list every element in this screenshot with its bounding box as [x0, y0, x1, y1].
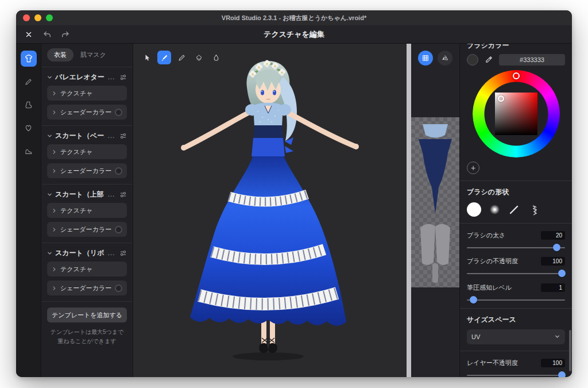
- pen-pressure-value[interactable]: 1: [541, 283, 565, 292]
- more-icon[interactable]: …: [107, 74, 115, 80]
- close-editor-button[interactable]: [22, 28, 36, 41]
- add-template-button[interactable]: テンプレートを追加する: [47, 308, 127, 322]
- slider-thumb[interactable]: [558, 270, 566, 277]
- brush-opacity-row: ブラシの不透明度 100: [467, 257, 565, 266]
- brush-size-value[interactable]: 20: [541, 231, 565, 240]
- texture-button-label: テクスチャ: [60, 206, 92, 215]
- tool-eyedropper[interactable]: [209, 51, 223, 64]
- texture-view-buttons: [411, 44, 459, 66]
- character-model: [135, 48, 405, 363]
- section-header[interactable]: スカート（リボン） …: [47, 248, 127, 258]
- brush-opacity-label: ブラシの不透明度: [467, 257, 518, 266]
- brush-opacity-value[interactable]: 100: [541, 257, 565, 266]
- eyedropper-icon[interactable]: [484, 55, 493, 64]
- hue-marker[interactable]: [513, 72, 520, 79]
- section-title: スカート（ベース）: [55, 131, 105, 141]
- brush-tips: [467, 202, 565, 217]
- brush-panel: ブラシカラー + ブラシの形状: [459, 44, 572, 377]
- rail-item-shoes[interactable]: [21, 143, 37, 159]
- material-section: スカート（リボン） … テクスチャ シェーダーカラー: [47, 243, 127, 301]
- heart-icon: [24, 124, 33, 132]
- uv-grid-button[interactable]: [418, 51, 433, 66]
- titlebar: VRoid Studio 2.3.1 - お稽古服とうかちゃん.vroid*: [16, 10, 572, 25]
- tab-costume[interactable]: 衣装: [47, 48, 74, 62]
- texture-preview[interactable]: [411, 117, 459, 287]
- pen-pressure-slider[interactable]: [467, 296, 565, 302]
- brush-size-row: ブラシの太さ 20: [467, 231, 565, 240]
- rail-item-accessory[interactable]: [21, 120, 37, 136]
- brush-size-slider[interactable]: [467, 244, 565, 249]
- tool-pen[interactable]: [175, 51, 188, 64]
- more-icon[interactable]: …: [107, 133, 115, 139]
- mirror-symmetry-button[interactable]: [438, 51, 452, 66]
- traffic-light-minimize[interactable]: [34, 14, 41, 21]
- chevron-right-icon: [52, 208, 57, 213]
- brush-color-swatch[interactable]: [467, 54, 478, 66]
- add-color-button[interactable]: +: [467, 162, 479, 174]
- tool-brush[interactable]: [157, 51, 171, 64]
- texture-button[interactable]: テクスチャ: [47, 203, 127, 218]
- redo-button[interactable]: [59, 28, 72, 41]
- traffic-light-zoom[interactable]: [46, 14, 53, 21]
- shader-color-swatch: [115, 226, 122, 233]
- tool-select[interactable]: [140, 51, 154, 64]
- material-settings-icon[interactable]: [119, 132, 127, 140]
- shader-color-button[interactable]: シェーダーカラー: [47, 281, 127, 295]
- brush-tip-hard-round[interactable]: [467, 202, 481, 217]
- material-settings-icon[interactable]: [119, 249, 127, 257]
- panel-splitter[interactable]: [407, 44, 411, 377]
- brush-color-title-clipped: ブラシカラー: [467, 44, 565, 49]
- rail-item-pen[interactable]: [21, 74, 37, 90]
- layer-opacity-slider[interactable]: [467, 371, 565, 377]
- color-wheel[interactable]: [473, 70, 560, 157]
- tool-fill[interactable]: [192, 51, 206, 64]
- brush-color-row: [467, 54, 565, 66]
- shirt-icon: [24, 54, 33, 63]
- hex-color-input[interactable]: [499, 54, 565, 66]
- more-icon[interactable]: …: [107, 250, 115, 256]
- chevron-down-icon: [47, 133, 52, 139]
- brush-tip-textured[interactable]: [528, 204, 540, 216]
- slider-thumb[interactable]: [558, 371, 566, 377]
- chevron-right-icon: [52, 91, 57, 96]
- texture-button[interactable]: テクスチャ: [47, 86, 127, 101]
- shader-color-swatch: [115, 109, 122, 116]
- shader-color-button-label: シェーダーカラー: [60, 167, 111, 175]
- sv-marker[interactable]: [498, 95, 504, 102]
- brush-tip-line[interactable]: [508, 204, 520, 216]
- slider-thumb[interactable]: [470, 296, 477, 304]
- texture-button[interactable]: テクスチャ: [47, 262, 127, 276]
- texture-button[interactable]: テクスチャ: [47, 144, 127, 159]
- material-settings-icon[interactable]: [119, 74, 127, 81]
- window-title: VRoid Studio 2.3.1 - お稽古服とうかちゃん.vroid*: [16, 14, 572, 22]
- material-settings-icon[interactable]: [119, 191, 127, 198]
- tab-skin-mask[interactable]: 肌マスク: [80, 51, 106, 59]
- fill-icon: [195, 53, 203, 62]
- undo-button[interactable]: [40, 28, 54, 41]
- size-space-dropdown[interactable]: UV: [467, 329, 565, 344]
- cursor-icon: [143, 53, 152, 62]
- slider-track: [467, 375, 565, 376]
- panel-scrollbar[interactable]: [569, 330, 571, 371]
- section-header[interactable]: バレエレオタード …: [47, 72, 127, 82]
- brush-shape-title: ブラシの形状: [467, 187, 565, 197]
- shader-color-button[interactable]: シェーダーカラー: [47, 222, 127, 237]
- brush-opacity-slider[interactable]: [467, 270, 565, 275]
- shader-color-button[interactable]: シェーダーカラー: [47, 105, 127, 120]
- saturation-value-square[interactable]: [495, 93, 537, 135]
- rail-item-clothing[interactable]: [21, 51, 37, 67]
- brush-tip-soft-round[interactable]: [490, 205, 500, 214]
- pen-icon: [24, 78, 33, 86]
- pen-pressure-row: 筆圧感知レベル 1: [467, 283, 565, 292]
- more-icon[interactable]: …: [107, 191, 115, 197]
- shader-color-button[interactable]: シェーダーカラー: [47, 163, 127, 178]
- traffic-light-close[interactable]: [23, 14, 30, 21]
- slider-thumb[interactable]: [553, 244, 560, 251]
- section-header[interactable]: スカート（ベース） …: [47, 131, 127, 140]
- rail-item-boots[interactable]: [21, 97, 37, 113]
- section-header[interactable]: スカート（上部） …: [47, 190, 127, 199]
- texture-button-label: テクスチャ: [60, 148, 92, 156]
- chevron-down-icon: [47, 251, 52, 256]
- viewport-3d[interactable]: [133, 44, 407, 377]
- layer-opacity-value[interactable]: 100: [541, 359, 565, 367]
